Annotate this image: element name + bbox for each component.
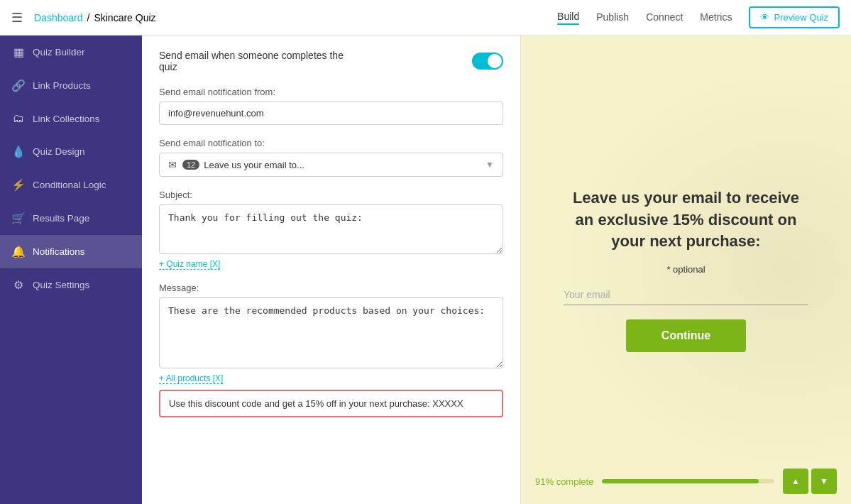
sidebar-label-results-page: Results Page [33,213,89,224]
discount-text-box: Use this discount code and get a 15% off… [159,390,503,417]
nav-build[interactable]: Build [557,11,579,25]
nav-connect[interactable]: Connect [646,11,683,24]
page-title: Skincare Quiz [94,12,155,23]
subject-group: Subject: + Quiz name [X] [159,190,503,270]
subject-textarea[interactable] [159,204,503,254]
message-textarea[interactable] [159,297,503,368]
breadcrumb-separator: / [87,12,90,23]
results-icon: 🛒 [11,212,26,225]
preview-icon: 👁 [760,12,769,23]
sidebar-item-results-page[interactable]: 🛒 Results Page [0,202,142,235]
sidebar-label-quiz-settings: Quiz Settings [33,280,89,290]
content-area: Send email when someone completes the qu… [142,35,851,504]
progress-arrows: ▲ ▼ [783,469,837,494]
nav-metrics[interactable]: Metrics [700,11,732,24]
preview-email-placeholder: Your email [564,289,610,300]
insert-quiz-name-variable[interactable]: + Quiz name [X] [159,259,220,270]
envelope-icon: ✉ [168,159,177,170]
to-dropdown[interactable]: ✉ 12 Leave us your email to... ▼ [159,153,503,177]
progress-fill [602,479,759,483]
chevron-down-icon: ▼ [485,160,494,170]
from-email-field[interactable] [159,102,503,125]
subject-label: Subject: [159,190,503,200]
preview-btn-label: Preview Quiz [774,12,828,23]
to-group: Send email notification to: ✉ 12 Leave u… [159,138,503,177]
send-email-toggle[interactable] [472,53,503,70]
to-badge: 12 [182,160,199,170]
sidebar: ▦ Quiz Builder 🔗 Link Products 🗂 Link Co… [0,35,142,504]
nav-publish[interactable]: Publish [596,11,629,24]
progress-arrow-down-button[interactable]: ▼ [811,469,837,494]
dashboard-link[interactable]: Dashboard [34,12,83,23]
preview-continue-button[interactable]: Continue [626,319,746,352]
sidebar-item-notifications[interactable]: 🔔 Notifications [0,235,142,268]
notifications-panel: Send email when someone completes the qu… [142,35,521,504]
message-label: Message: [159,283,503,293]
preview-email-row: Your email [564,289,808,305]
preview-quiz-button[interactable]: 👁 Preview Quiz [749,6,840,28]
preview-optional-label: * optional [666,264,705,275]
sidebar-item-quiz-builder[interactable]: ▦ Quiz Builder [0,35,142,69]
sidebar-label-quiz-builder: Quiz Builder [33,47,85,57]
quiz-preview-panel: Leave us your email to receive an exclus… [521,35,851,504]
bell-icon: 🔔 [11,245,26,258]
sidebar-item-conditional-logic[interactable]: ⚡ Conditional Logic [0,168,142,202]
preview-content: Leave us your email to receive an exclus… [521,159,851,380]
main-nav: Build Publish Connect Metrics [557,11,732,25]
sidebar-label-link-collections: Link Collections [33,114,100,124]
from-group: Send email notification from: [159,87,503,125]
progress-track [602,479,774,483]
sidebar-label-quiz-design: Quiz Design [33,146,85,157]
sidebar-label-notifications: Notifications [33,246,85,257]
to-dropdown-text: Leave us your email to... [204,160,485,170]
breadcrumb: Dashboard / Skincare Quiz [34,12,156,23]
to-label: Send email notification to: [159,138,503,148]
design-icon: 💧 [11,145,26,158]
send-email-toggle-row: Send email when someone completes the qu… [159,50,503,72]
top-nav: ☰ Dashboard / Skincare Quiz Build Publis… [0,0,851,35]
settings-icon: ⚙ [11,278,26,292]
sidebar-item-quiz-design[interactable]: 💧 Quiz Design [0,135,142,168]
sidebar-item-quiz-settings[interactable]: ⚙ Quiz Settings [0,268,142,302]
progress-bar-row: 91% complete ▲ ▼ [521,461,851,504]
grid-icon: ▦ [11,45,26,59]
collection-icon: 🗂 [11,112,26,125]
from-label: Send email notification from: [159,87,503,97]
sidebar-item-link-products[interactable]: 🔗 Link Products [0,69,142,102]
link-icon: 🔗 [11,79,26,92]
sidebar-item-link-collections[interactable]: 🗂 Link Collections [0,102,142,135]
preview-heading: Leave us your email to receive an exclus… [564,187,808,253]
sidebar-label-conditional-logic: Conditional Logic [33,180,106,190]
main-layout: ▦ Quiz Builder 🔗 Link Products 🗂 Link Co… [0,35,851,504]
insert-products-variable[interactable]: + All products [X] [159,373,223,384]
menu-icon[interactable]: ☰ [11,10,23,26]
topnav-right: Build Publish Connect Metrics 👁 Preview … [557,6,840,28]
logic-icon: ⚡ [11,178,26,192]
sidebar-label-link-products: Link Products [33,80,91,91]
message-group: Message: + All products [X] Use this dis… [159,283,503,417]
toggle-label: Send email when someone completes the qu… [159,50,358,72]
progress-arrow-up-button[interactable]: ▲ [783,469,808,494]
progress-label: 91% complete [535,476,593,487]
